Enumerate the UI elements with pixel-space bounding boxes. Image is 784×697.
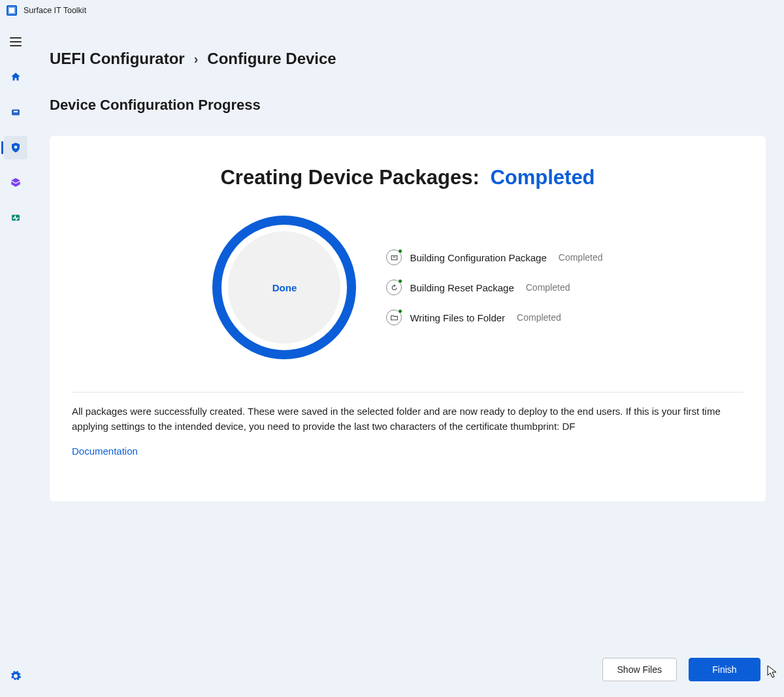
package-icon	[386, 250, 402, 265]
chevron-right-icon: ›	[194, 52, 199, 67]
main-content: UEFI Configurator › Configure Device Dev…	[31, 21, 784, 697]
breadcrumb-current: Configure Device	[207, 50, 336, 68]
reset-icon	[386, 280, 402, 295]
step-name: Writing Files to Folder	[410, 312, 505, 323]
home-icon	[10, 71, 22, 83]
cursor-icon	[767, 665, 777, 681]
app-title: Surface IT Toolkit	[24, 6, 86, 15]
shield-icon	[10, 142, 22, 154]
svg-point-4	[14, 146, 18, 149]
svg-rect-1	[9, 8, 14, 13]
section-title: Device Configuration Progress	[50, 97, 766, 114]
sidebar-item-recovery[interactable]	[4, 171, 27, 195]
breadcrumb-parent[interactable]: UEFI Configurator	[50, 50, 185, 68]
step-status: Completed	[517, 312, 561, 323]
sidebar	[0, 21, 31, 697]
documentation-link[interactable]: Documentation	[72, 446, 743, 457]
box-icon	[10, 177, 22, 189]
progress-ring: Done	[212, 216, 356, 359]
step-item: Building Reset Package Completed	[386, 280, 602, 295]
card-heading: Creating Device Packages: Completed	[220, 166, 595, 189]
step-name: Building Reset Package	[410, 282, 514, 293]
eraser-icon	[10, 106, 22, 118]
titlebar: Surface IT Toolkit	[0, 0, 784, 21]
sidebar-item-home[interactable]	[4, 65, 27, 89]
heading-prefix: Creating Device Packages:	[220, 166, 479, 189]
gear-icon	[10, 670, 22, 682]
app-icon	[7, 5, 17, 16]
step-item: Building Configuration Package Completed	[386, 250, 602, 265]
summary-text: All packages were successfully created. …	[72, 404, 743, 434]
step-status: Completed	[526, 282, 570, 293]
footer-actions: Show Files Finish	[602, 658, 760, 681]
heading-status: Completed	[490, 166, 595, 189]
step-status: Completed	[559, 252, 603, 263]
menu-button[interactable]	[4, 30, 27, 54]
ring-label: Done	[272, 282, 297, 293]
divider	[72, 392, 743, 393]
finish-button[interactable]: Finish	[689, 658, 760, 681]
folder-icon	[386, 310, 402, 325]
sidebar-item-uefi-configurator[interactable]	[4, 136, 27, 159]
sidebar-item-data-eraser[interactable]	[4, 101, 27, 124]
sidebar-item-diagnostics[interactable]	[4, 206, 27, 230]
hamburger-icon	[10, 37, 22, 46]
diagnostics-icon	[10, 212, 22, 224]
breadcrumb: UEFI Configurator › Configure Device	[50, 50, 766, 68]
sidebar-item-settings[interactable]	[4, 664, 27, 688]
step-item: Writing Files to Folder Completed	[386, 310, 602, 325]
progress-card: Creating Device Packages: Completed Done	[50, 136, 766, 502]
show-files-button[interactable]: Show Files	[602, 658, 677, 681]
step-name: Building Configuration Package	[410, 252, 546, 263]
steps-list: Building Configuration Package Completed…	[386, 250, 602, 325]
svg-rect-3	[14, 111, 18, 112]
